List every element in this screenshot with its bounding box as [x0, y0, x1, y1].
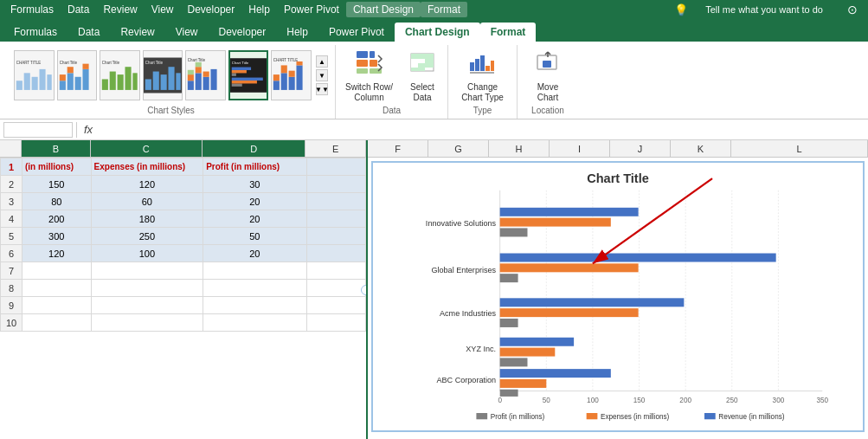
menu-developer[interactable]: Developer — [181, 2, 242, 17]
cell-d6[interactable]: 20 — [203, 245, 306, 262]
cell-e3[interactable] — [306, 193, 366, 210]
svg-rect-56 — [357, 68, 368, 74]
menu-format[interactable]: Format — [421, 2, 467, 17]
formula-input[interactable] — [96, 125, 865, 135]
cell-d5[interactable]: 50 — [203, 228, 306, 245]
cell-b5[interactable]: 300 — [23, 228, 92, 245]
cell-b3[interactable]: 80 — [23, 193, 92, 210]
chart-style-3[interactable]: Chart Title — [100, 50, 140, 100]
cell-c5[interactable]: 250 — [91, 228, 203, 245]
cell-b7[interactable] — [23, 262, 92, 280]
cell-b10[interactable] — [23, 314, 92, 332]
col-header-k[interactable]: K — [671, 140, 731, 157]
cell-d4[interactable]: 20 — [203, 210, 306, 228]
name-box[interactable] — [3, 122, 73, 138]
col-header-h[interactable]: H — [489, 140, 550, 157]
chart-style-6[interactable]: Chart Title — [228, 50, 269, 100]
cell-c4[interactable]: 180 — [91, 210, 203, 228]
col-header-i[interactable]: I — [550, 140, 610, 157]
cell-d2[interactable]: 30 — [203, 176, 306, 193]
switch-row-col-button[interactable]: Switch Row/Column — [339, 45, 399, 107]
cell-e8[interactable] — [306, 280, 366, 297]
svg-rect-62 — [418, 54, 425, 59]
tab-format[interactable]: Format — [480, 23, 537, 42]
chart-container[interactable]: Chart Title 0 50 100 150 200 250 — [371, 161, 865, 432]
tab-power-pivot[interactable]: Power Pivot — [318, 23, 395, 42]
header-b[interactable]: (in millions) — [23, 158, 92, 176]
col-header-f[interactable]: F — [368, 140, 428, 157]
change-chart-type-button[interactable]: ChangeChart Type — [455, 45, 510, 107]
menu-review[interactable]: Review — [96, 2, 144, 17]
cell-b6[interactable]: 120 — [23, 245, 92, 262]
cell-c9[interactable] — [91, 297, 203, 314]
col-header-e[interactable]: E — [305, 140, 366, 157]
menu-data[interactable]: Data — [61, 2, 96, 17]
cell-b4[interactable]: 200 — [23, 210, 92, 228]
chart-style-5[interactable]: Chart Title — [185, 50, 226, 100]
chart-style-7[interactable]: CHART TITLE — [271, 50, 312, 100]
tab-formulas[interactable]: Formulas — [3, 23, 68, 42]
data-section: Switch Row/Column — [336, 45, 448, 119]
move-chart-button[interactable]: MoveChart — [526, 45, 569, 107]
cell-e2[interactable] — [306, 176, 366, 193]
menu-help[interactable]: Help — [241, 2, 277, 17]
cell-c8[interactable] — [91, 280, 203, 297]
chart-style-2[interactable]: Chart Title — [57, 50, 98, 100]
menu-power-pivot[interactable]: Power Pivot — [277, 2, 346, 17]
cell-e5[interactable] — [306, 228, 366, 245]
col-header-j[interactable]: J — [610, 140, 671, 157]
header-c[interactable]: Expenses (in millions) — [91, 158, 203, 176]
cell-b2[interactable]: 150 — [23, 176, 92, 193]
cell-c2[interactable]: 120 — [91, 176, 203, 193]
cell-e7[interactable] — [306, 262, 366, 280]
sheet-table-area: B C D E 1 (in millions) Expenses (in mil… — [0, 140, 368, 439]
chart-resize-handle[interactable] — [361, 285, 368, 295]
cell-e4[interactable] — [306, 210, 366, 228]
cell-d9[interactable] — [203, 297, 306, 314]
menu-formulas[interactable]: Formulas — [3, 2, 61, 17]
tab-chart-design[interactable]: Chart Design — [395, 23, 480, 42]
cell-c3[interactable]: 60 — [91, 193, 203, 210]
table-row: 10 — [1, 314, 366, 332]
chart-style-1[interactable]: CHART TITLE — [14, 50, 55, 100]
header-d[interactable]: Profit (in millions) — [203, 158, 306, 176]
cell-b9[interactable] — [23, 297, 92, 314]
cell-d10[interactable] — [203, 314, 306, 332]
cell-c7[interactable] — [91, 262, 203, 280]
cell-e10[interactable] — [306, 314, 366, 332]
cell-b8[interactable] — [23, 280, 92, 297]
menu-view[interactable]: View — [145, 2, 181, 17]
col-header-d[interactable]: D — [203, 140, 305, 157]
col-header-g[interactable]: G — [428, 140, 489, 157]
col-header-b[interactable]: B — [22, 140, 91, 157]
table-row: 2 150 120 30 — [1, 176, 366, 193]
change-chart-type-icon — [468, 50, 496, 80]
cell-d7[interactable] — [203, 262, 306, 280]
bar-global-expenses — [500, 263, 639, 272]
cell-c6[interactable]: 100 — [91, 245, 203, 262]
header-e[interactable] — [306, 158, 366, 176]
cell-d8[interactable] — [203, 280, 306, 297]
tab-help[interactable]: Help — [276, 23, 318, 42]
svg-rect-71 — [418, 68, 425, 71]
col-header-l[interactable]: L — [731, 140, 868, 157]
tab-data[interactable]: Data — [68, 23, 110, 42]
cell-e9[interactable] — [306, 297, 366, 314]
bar-innovative-expenses — [500, 218, 611, 227]
tell-me-input[interactable]: Tell me what you want to do — [698, 3, 830, 16]
menu-chart-design[interactable]: Chart Design — [346, 2, 421, 17]
tab-review[interactable]: Review — [110, 23, 164, 42]
scroll-down-btn[interactable]: ▼ — [316, 69, 328, 81]
chart-style-4[interactable]: Chart Title — [143, 50, 183, 100]
col-header-c[interactable]: C — [91, 140, 203, 157]
svg-rect-7 — [59, 74, 65, 81]
select-data-button[interactable]: SelectData — [401, 45, 444, 107]
cell-d3[interactable]: 20 — [203, 193, 306, 210]
svg-rect-34 — [203, 72, 209, 77]
cell-e6[interactable] — [306, 245, 366, 262]
cell-c10[interactable] — [91, 314, 203, 332]
tab-developer[interactable]: Developer — [209, 23, 277, 42]
scroll-more-btn[interactable]: ▼▼ — [316, 83, 328, 95]
tab-view[interactable]: View — [165, 23, 209, 42]
scroll-up-btn[interactable]: ▲ — [316, 55, 328, 68]
